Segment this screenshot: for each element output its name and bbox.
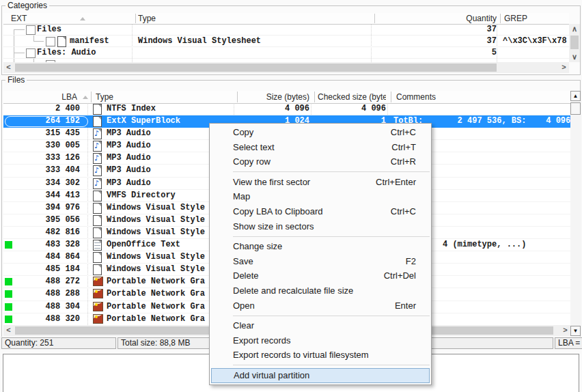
file-lba: 334 302 — [17, 178, 80, 189]
files-vertical-scrollbar[interactable]: ▲ ▼ — [570, 91, 581, 336]
menu-item-label: Clear — [233, 320, 254, 331]
scrollbar-thumb[interactable] — [570, 36, 579, 49]
files-header-comments[interactable]: Comments — [396, 91, 533, 103]
categories-rows: Files37manifestWindows Visual Stylesheet… — [3, 24, 569, 62]
menu-item-copy-lba-to-clipboard[interactable]: Copy LBA to ClipboardCtrl+C — [210, 204, 431, 219]
menu-item-label: Open — [233, 300, 255, 311]
file-lba: 264 192 — [17, 115, 80, 127]
file-lba: 394 976 — [17, 202, 80, 214]
scrollbar-thumb[interactable] — [15, 64, 497, 72]
scroll-down-icon[interactable]: ▼ — [570, 326, 581, 336]
menu-item-save[interactable]: SaveF2 — [210, 254, 431, 269]
file-icon — [57, 36, 66, 47]
checkbox[interactable] — [26, 25, 36, 35]
menu-item-shortcut: Ctrl+Enter — [376, 175, 416, 190]
scroll-left-icon[interactable]: < — [3, 325, 14, 335]
files-header-type[interactable]: Type — [96, 91, 219, 103]
category-label: Files — [37, 25, 61, 34]
menu-separator — [210, 313, 431, 318]
files-header-size[interactable]: Size (bytes) — [240, 91, 309, 103]
menu-item-shortcut: Ctrl+Del — [384, 268, 416, 283]
menu-item-delete-and-recalculate-file-size[interactable]: Delete and recalculate file size — [210, 283, 431, 298]
scroll-left-icon[interactable]: < — [3, 62, 14, 72]
file-lba: 488 272 — [17, 276, 80, 288]
categories-header-type[interactable]: Type — [138, 13, 275, 24]
categories-vertical-scrollbar[interactable]: ∧ ∨ — [569, 24, 580, 62]
menu-item-label: Delete — [233, 270, 259, 281]
checkbox[interactable] — [26, 48, 36, 58]
scrollbar-thumb[interactable] — [570, 102, 581, 115]
mp3-icon — [93, 165, 102, 176]
menu-item-shortcut: Ctrl+T — [391, 140, 416, 155]
context-menu: CopyCtrl+CSelect textCtrl+TCopy rowCtrl+… — [209, 123, 432, 385]
menu-item-open[interactable]: OpenEnter — [210, 298, 431, 313]
menu-item-change-size[interactable]: Change size — [210, 239, 431, 254]
file-icon — [93, 215, 102, 226]
scroll-down-icon[interactable]: ∨ — [569, 52, 580, 62]
app-window: Categories EXT Type Quantity GREP Files3… — [0, 0, 582, 392]
menu-item-show-size-in-sectors[interactable]: Show size in sectors — [210, 219, 431, 234]
menu-item-label: Copy — [233, 127, 253, 137]
menu-item-delete[interactable]: DeleteCtrl+Del — [210, 268, 431, 283]
menu-item-label: Export records — [233, 335, 291, 346]
menu-item-shortcut: Ctrl+C — [391, 204, 416, 219]
menu-item-map[interactable]: Map — [210, 189, 431, 204]
scroll-up-icon[interactable]: ∧ — [569, 24, 580, 34]
files-group-label: Files — [5, 75, 27, 85]
menu-item-add-virtual-partition[interactable]: Add virtual partition — [211, 368, 430, 383]
menu-item-export-records[interactable]: Export records — [210, 333, 431, 348]
file-lba: 330 005 — [17, 140, 80, 152]
file-lba: 333 404 — [17, 165, 80, 176]
category-row[interactable]: manifestWindows Visual Stylesheet37^\x3C… — [3, 36, 569, 47]
files-header-checked-size[interactable]: Checked size (bytes) — [318, 91, 386, 103]
menu-item-label: Copy LBA to Clipboard — [233, 206, 323, 216]
file-lba: 395 056 — [17, 214, 80, 226]
categories-header-grep[interactable]: GREP — [504, 13, 566, 24]
category-row[interactable]: Files37 — [3, 24, 569, 36]
scroll-right-icon[interactable]: > — [559, 62, 569, 72]
file-lba: 333 126 — [17, 152, 80, 164]
menu-item-copy[interactable]: CopyCtrl+C — [210, 125, 431, 140]
category-quantity: 37 — [374, 36, 497, 46]
categories-header: EXT Type Quantity GREP — [3, 13, 569, 25]
scroll-up-icon[interactable]: ▲ — [570, 91, 581, 101]
categories-group-label: Categories — [5, 1, 49, 10]
status-quantity: Quantity: 251 — [1, 337, 116, 349]
mp3-icon — [93, 153, 102, 164]
category-row[interactable]: Files: Audio5 — [3, 47, 569, 59]
menu-item-label: Add virtual partition — [234, 370, 309, 380]
files-header-lba[interactable]: LBA — [17, 91, 77, 103]
menu-item-label: Export records to virtual filesystem — [233, 350, 369, 360]
file-lba: 488 320 — [17, 313, 80, 325]
file-lba: 485 184 — [17, 264, 80, 275]
menu-item-shortcut: Ctrl+R — [391, 154, 416, 169]
menu-item-select-text[interactable]: Select textCtrl+T — [210, 140, 431, 155]
categories-header-quantity[interactable]: Quantity — [374, 13, 497, 24]
menu-item-label: Select text — [233, 142, 275, 152]
menu-separator — [210, 234, 431, 239]
file-lba: 482 816 — [17, 227, 80, 238]
file-checked-size: 4 096 — [317, 103, 386, 115]
menu-item-export-records-to-virtual-filesystem[interactable]: Export records to virtual filesystem — [210, 348, 431, 363]
file-type: NTFS Index — [107, 103, 243, 115]
green-status-marker — [5, 278, 12, 285]
green-status-marker — [5, 316, 12, 323]
menu-item-view-the-first-sector[interactable]: View the first sectorCtrl+Enter — [210, 175, 431, 190]
menu-item-copy-row[interactable]: Copy rowCtrl+R — [210, 154, 431, 169]
categories-horizontal-scrollbar[interactable]: < > — [3, 62, 569, 73]
menu-item-label: Show size in sectors — [233, 221, 314, 232]
mp3-icon — [93, 141, 102, 152]
file-row[interactable]: 2 400NTFS Index4 0964 096 — [3, 103, 570, 115]
menu-item-clear[interactable]: Clear — [210, 318, 431, 333]
file-icon — [93, 264, 102, 275]
category-quantity: 37 — [374, 25, 497, 34]
file-size: 4 096 — [240, 103, 309, 115]
menu-item-shortcut: Enter — [395, 298, 416, 313]
scroll-right-icon[interactable]: > — [560, 325, 570, 335]
tree-line — [33, 41, 44, 42]
checkbox[interactable] — [46, 37, 55, 46]
menu-item-shortcut: Ctrl+C — [391, 125, 416, 140]
png-icon — [93, 302, 103, 311]
sort-ascending-icon — [80, 17, 85, 20]
categories-header-ext[interactable]: EXT — [11, 13, 72, 24]
